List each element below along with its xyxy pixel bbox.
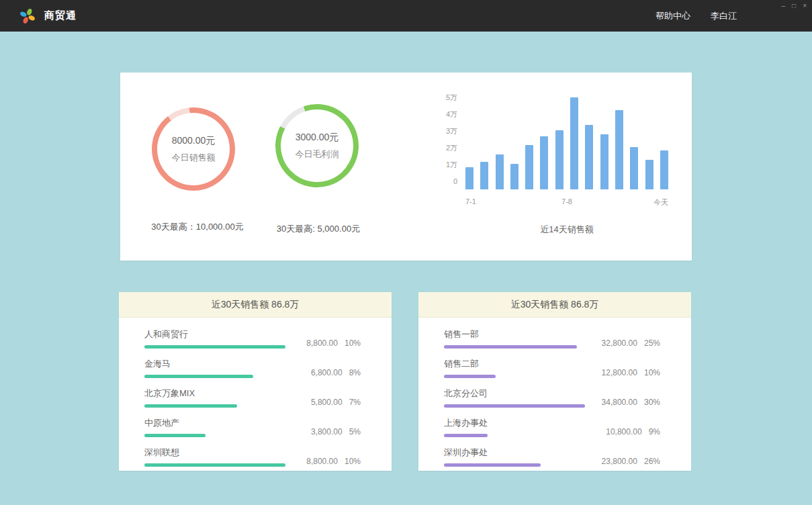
row-bar [144,404,237,408]
row-percent: 7% [349,398,361,407]
chart-bar [615,110,623,189]
row-bar [444,345,577,349]
row-name: 深圳联想 [144,447,285,459]
help-center-link[interactable]: 帮助中心 [656,10,690,22]
sales-14day-bar-chart: 5万4万3万2万1万0 7-1 7-8 今天 近14天销售额 [436,97,678,252]
row-value: 34,800.00 [602,398,637,407]
today-sales-label: 今日销售额 [172,152,216,164]
chart-bar [630,147,638,189]
y-tick-label: 5万 [436,93,457,101]
row-percent: 8% [349,368,361,377]
maximize-button[interactable]: □ [792,2,796,10]
customers-sales-panel: 近30天销售额 86.8万 人和商贸行8,800.0010%金海马6,800.0… [119,292,392,471]
today-profit-label: 今日毛利润 [296,148,339,160]
chart-plot-area [465,97,668,189]
y-tick-label: 1万 [436,160,457,169]
row-bar [444,404,585,408]
row-name: 销售二部 [444,358,585,370]
today-profit-max-caption: 30天最高: 5,000.00元 [241,223,396,235]
list-item: 深圳办事处23,800.0026% [444,447,660,467]
list-item: 人和商贸行8,800.0010% [144,328,361,349]
y-tick-label: 3万 [436,127,457,135]
row-value: 23,800.00 [602,457,637,466]
x-tick-middle: 7-8 [561,197,572,205]
chart-bar [496,154,504,189]
row-percent: 26% [644,457,660,466]
row-bar [444,375,496,378]
row-percent: 30% [644,398,660,407]
list-item: 中原地产3,800.005% [144,417,361,437]
app-logo-icon [19,7,36,25]
list-item: 深圳联想8,800.0010% [144,447,361,467]
chart-bar [645,160,653,189]
row-bar [444,434,488,437]
row-percent: 25% [644,338,660,348]
chart-bar [525,145,533,189]
list-item: 北京分公司34,800.0030% [444,387,660,408]
row-percent: 5% [349,427,361,437]
topbar: 商贸通 帮助中心 李白江 [0,0,812,32]
row-bar [144,434,206,437]
row-value-group: 8,800.0010% [306,457,361,467]
chart-bar [465,167,473,189]
row-bar [144,375,253,378]
chart-bar [570,97,578,189]
row-name: 北京分公司 [444,387,585,400]
row-value-group: 12,800.0010% [602,368,660,378]
chart-bar [510,164,518,189]
list-item: 北京万象MIX5,800.007% [144,387,361,408]
y-tick-label: 0 [436,177,457,185]
chart-bar [540,136,548,189]
row-value-group: 6,800.008% [311,368,361,378]
donut-today-sales: 8000.00元 今日销售额 [152,107,235,191]
list-item: 销售二部12,800.0010% [444,358,660,378]
list-item: 金海马6,800.008% [144,358,361,378]
list-item: 销售一部32,800.0025% [444,328,660,349]
row-value: 12,800.00 [602,368,637,377]
departments-sales-panel: 近30天销售额 86.8万 销售一部32,800.0025%销售二部12,800… [418,292,691,471]
summary-card: 8000.00元 今日销售额 30天最高：10,000.00元 3000.00元… [120,73,692,261]
row-name: 销售一部 [444,328,585,340]
row-value-group: 10,800.009% [606,427,660,437]
donut-today-profit-center: 3000.00元 今日毛利润 [275,104,359,187]
donut-today-profit: 3000.00元 今日毛利润 [275,104,359,187]
departments-panel-rows: 销售一部32,800.0025%销售二部12,800.0010%北京分公司34,… [418,318,691,467]
chart-bar [585,125,593,189]
row-value-group: 8,800.0010% [306,338,361,349]
close-button[interactable]: × [803,2,807,10]
row-percent: 10% [345,338,361,348]
row-value: 3,800.00 [311,427,343,437]
app-title: 商贸通 [44,9,77,22]
chart-y-axis: 5万4万3万2万1万0 [436,93,457,185]
window-controls: – □ × [782,2,807,10]
x-tick-last: 今天 [653,197,668,208]
customers-panel-rows: 人和商贸行8,800.0010%金海马6,800.008%北京万象MIX5,80… [119,318,392,467]
row-name: 上海办事处 [444,417,585,429]
row-name: 北京万象MIX [144,387,285,400]
row-bar [144,345,285,349]
row-value-group: 34,800.0030% [602,398,660,408]
row-value: 5,800.00 [311,398,343,407]
user-name-link[interactable]: 李白江 [711,10,737,22]
chart-title: 近14天销售额 [465,224,668,236]
chart-bar [600,134,608,189]
row-value-group: 5,800.007% [311,398,361,408]
chart-bar [660,150,668,189]
departments-panel-title: 近30天销售额 86.8万 [418,292,691,318]
row-bar [144,463,285,467]
row-percent: 10% [644,368,660,377]
y-tick-label: 4万 [436,110,457,118]
row-name: 深圳办事处 [444,447,585,459]
row-value-group: 23,800.0026% [602,457,660,467]
row-value: 6,800.00 [311,368,343,377]
row-name: 中原地产 [144,417,285,429]
row-value-group: 3,800.005% [311,427,361,437]
minimize-button[interactable]: – [782,2,786,10]
row-value-group: 32,800.0025% [602,338,660,349]
row-percent: 10% [345,457,361,466]
list-item: 上海办事处10,800.009% [444,417,660,437]
app-window: – □ × 商贸通 帮助中心 李白江 8000.00元 今日 [0,0,812,505]
chart-bar [555,130,563,189]
row-percent: 9% [649,427,660,437]
chart-bar [480,162,488,189]
